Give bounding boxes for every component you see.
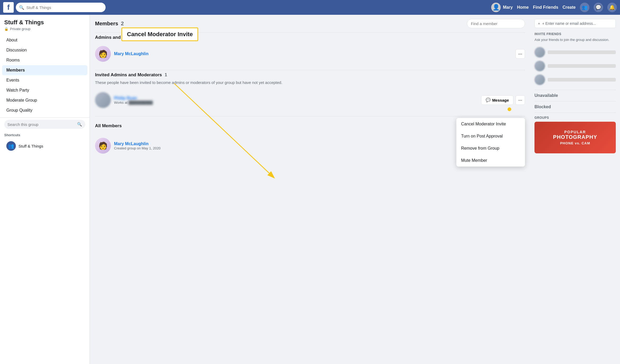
section-divider-top: [95, 32, 525, 33]
sidebar-shortcuts-label: Shortcuts: [0, 131, 89, 139]
navbar-create-link[interactable]: Create: [562, 5, 576, 10]
friend-name-2: [548, 64, 616, 68]
friend-avatar-2: [534, 61, 545, 71]
invited-desc: These people have been invited to become…: [95, 80, 525, 85]
groups-label: GROUPS: [534, 116, 616, 120]
sidebar-item-discussion[interactable]: Discussion: [2, 45, 87, 55]
friend-item-3: [534, 73, 616, 87]
navbar-find-friends-link[interactable]: Find Friends: [533, 5, 558, 10]
invited-avatar: [95, 92, 111, 108]
group-icon: 👥: [6, 141, 16, 151]
magazine-image: POPULAR PHOTOGRAPHY PHONE vs. CAM: [534, 122, 616, 153]
right-divider-1: [534, 90, 616, 90]
dropdown-cancel-invite[interactable]: Cancel Moderator Invite: [456, 118, 525, 130]
navbar-user-name: Mary: [503, 5, 513, 10]
yellow-dot: [508, 107, 511, 111]
invited-section: Invited Admins and Moderators 1 These pe…: [95, 72, 525, 111]
dropdown-menu: Cancel Moderator Invite Turn on Post App…: [456, 118, 525, 167]
members-count: 2: [121, 21, 124, 26]
messenger-icon: 💬: [486, 98, 491, 102]
all-member-info: Mary McLaughlin Created group on May 1, …: [114, 141, 512, 150]
admins-title: Admins and Moderators: [95, 35, 146, 40]
sidebar-item-moderate-group[interactable]: Moderate Group: [2, 95, 87, 105]
bell-icon-btn[interactable]: 🔔: [607, 3, 617, 12]
admins-count: 1: [149, 35, 152, 40]
find-member-input[interactable]: [467, 19, 525, 28]
friend-item-2: [534, 59, 616, 73]
invite-input-label: + Enter name or email address...: [542, 21, 596, 26]
invite-friends-header: INVITE FRIENDS: [534, 32, 616, 36]
sidebar-search-input[interactable]: [7, 122, 75, 127]
friend-avatar-1: [534, 47, 545, 58]
invited-count: 1: [165, 72, 167, 77]
sidebar-item-group-quality[interactable]: Group Quality: [2, 105, 87, 115]
sidebar-item-rooms[interactable]: Rooms: [2, 55, 87, 65]
sidebar-item-members[interactable]: Members: [2, 65, 87, 75]
sidebar-nav: About Discussion Rooms Members Events Wa…: [0, 35, 89, 115]
navbar-right: 👤 Mary Home Find Friends Create 👥 💬 🔔: [491, 3, 617, 12]
search-icon: 🔍: [19, 5, 24, 10]
section-divider-all: [95, 116, 525, 116]
admin-member-name[interactable]: Mary McLaughlin: [114, 51, 512, 56]
sidebar-shortcut-label: Stuff & Things: [18, 144, 43, 148]
admin-member-info: Mary McLaughlin: [114, 51, 512, 56]
invite-desc: Ask your friends to join the group and d…: [534, 37, 616, 42]
messenger-icon-btn[interactable]: 💬: [594, 3, 603, 12]
facebook-logo[interactable]: f: [3, 2, 14, 13]
right-divider-3: [534, 112, 616, 113]
dropdown-remove-from-group[interactable]: Remove from Group: [456, 142, 525, 154]
sidebar-item-events[interactable]: Events: [2, 75, 87, 85]
invited-member-sub: Works at ██████████: [114, 101, 478, 105]
dropdown-mute-member[interactable]: Mute Member: [456, 154, 525, 167]
section-divider-invited: [95, 70, 525, 70]
sidebar: Stuff & Things 🔒 Private group About Dis…: [0, 15, 90, 364]
unavailable-label: Unavailable: [534, 93, 616, 98]
sidebar-search[interactable]: 🔍: [4, 120, 85, 129]
dropdown-post-approval[interactable]: Turn on Post Approval: [456, 130, 525, 142]
admin-avatar: 🧑: [95, 46, 111, 62]
members-title: Members: [95, 21, 118, 26]
right-divider-2: [534, 101, 616, 101]
invited-member-card: Philip Ryan Works at ██████████ 💬 Messag…: [95, 89, 525, 111]
navbar-user[interactable]: 👤 Mary: [491, 3, 513, 12]
admins-section: Admins and Moderators 1 🧑 Mary McLaughli…: [95, 35, 525, 65]
all-member-name[interactable]: Mary McLaughlin: [114, 141, 512, 146]
invited-title: Invited Admins and Moderators: [95, 72, 162, 77]
all-members-title: All Members: [95, 123, 122, 129]
navbar: f 🔍 👤 Mary Home Find Friends Create 👥 💬 …: [0, 0, 620, 15]
sidebar-divider: [0, 117, 89, 118]
lock-icon: 🔒: [4, 27, 8, 31]
sidebar-group-type: 🔒 Private group: [0, 27, 89, 35]
invited-member-info: Philip Ryan Works at ██████████: [114, 96, 478, 105]
members-header: Members 2: [95, 19, 525, 28]
invited-member-name[interactable]: Philip Ryan: [114, 96, 478, 101]
invited-more-button[interactable]: ···: [515, 95, 525, 105]
friend-avatar-3: [534, 74, 545, 85]
invited-member-actions: 💬 Message ··· Cancel Moderator Invite Tu…: [481, 95, 525, 105]
avatar: 👤: [491, 3, 501, 12]
sidebar-group-name: Stuff & Things: [0, 19, 89, 27]
navbar-home-link[interactable]: Home: [517, 5, 529, 10]
all-member-sub: Created group on May 1, 2020: [114, 146, 512, 150]
all-member-avatar: 🧑: [95, 138, 111, 154]
invite-input[interactable]: + + Enter name or email address...: [534, 19, 616, 28]
search-icon: 🔍: [77, 122, 82, 127]
sidebar-item-about[interactable]: About: [2, 35, 87, 45]
plus-icon: +: [538, 21, 540, 26]
friend-name-3: [548, 78, 616, 82]
sidebar-item-watch-party[interactable]: Watch Party: [2, 85, 87, 95]
people-icon-btn[interactable]: 👥: [580, 3, 589, 12]
main-content: Members 2 Admins and Moderators 1 🧑 Mary…: [90, 15, 530, 364]
friend-item-1: [534, 45, 616, 59]
navbar-search-bar[interactable]: 🔍: [16, 3, 106, 12]
blocked-label: Blocked: [534, 105, 616, 109]
friend-name-1: [548, 50, 616, 54]
admin-member-actions: ···: [515, 49, 525, 59]
admin-more-button[interactable]: ···: [515, 49, 525, 59]
message-button[interactable]: 💬 Message: [481, 95, 513, 105]
sidebar-shortcut-stuff-things[interactable]: 👥 Stuff & Things: [2, 139, 87, 153]
navbar-search-input[interactable]: [26, 5, 102, 10]
right-sidebar: + + Enter name or email address... INVIT…: [530, 15, 620, 364]
admin-member-card: 🧑 Mary McLaughlin ··· Cancel Moderator I…: [95, 43, 525, 65]
